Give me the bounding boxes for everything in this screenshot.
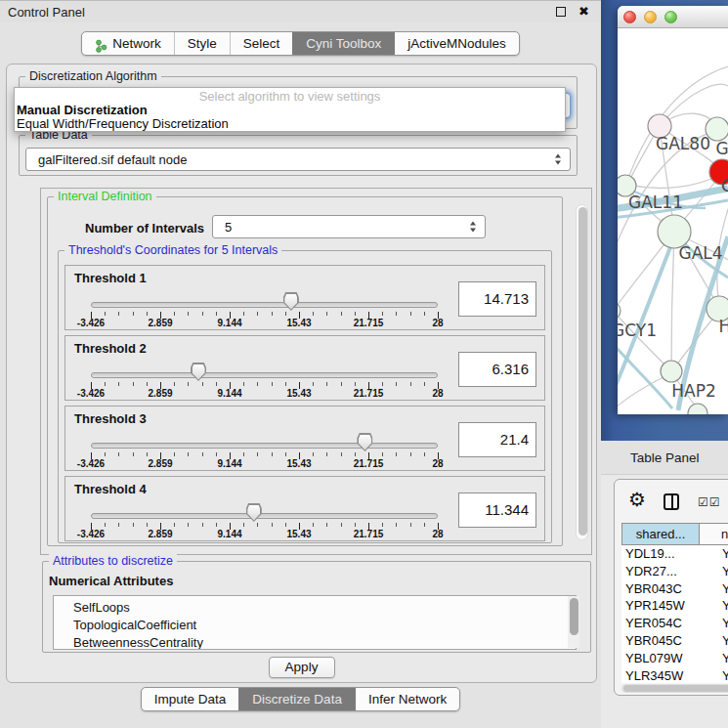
checkbox-icons[interactable]: ☑☑ bbox=[698, 495, 721, 509]
threshold-2-box: Threshold 2 -3.4262.8599.14415.4321.7152… bbox=[64, 335, 545, 401]
table-row[interactable]: YBL079WYBL0 bbox=[621, 650, 728, 667]
cell-shared-name[interactable]: YBL079W bbox=[621, 650, 700, 667]
tab-style[interactable]: Style bbox=[174, 32, 230, 55]
attribute-list-item[interactable]: BetweennessCentrality bbox=[54, 634, 576, 650]
scrollbar-thumb[interactable] bbox=[623, 685, 728, 692]
table-data-combobox[interactable]: galFiltered.sif default node bbox=[25, 148, 571, 171]
threshold-1-value-field[interactable]: 14.713 bbox=[458, 281, 536, 317]
tab-select[interactable]: Select bbox=[230, 32, 293, 55]
table-row[interactable]: YBR043CYBR0 bbox=[621, 580, 728, 598]
network-node-label: HAP2 bbox=[671, 381, 715, 401]
tab-cyni-toolbox[interactable]: Cyni Toolbox bbox=[292, 32, 394, 55]
cell-shared-name[interactable]: YPR145W bbox=[621, 597, 700, 615]
threshold-2-slider-track[interactable] bbox=[91, 372, 438, 378]
control-panel: Control Panel ✖ Network Style Select bbox=[0, 0, 601, 728]
algorithm-option-equal-width[interactable]: Equal Width/Frequency Discretization bbox=[17, 116, 229, 131]
table-panel-titlebar: Table Panel bbox=[601, 441, 728, 475]
cell-shared-name[interactable]: YDL19... bbox=[621, 545, 700, 563]
table-data-group: Table Data galFiltered.sif default node bbox=[19, 135, 578, 176]
cell-name[interactable]: YBR0 bbox=[700, 580, 728, 598]
attribute-list-item[interactable]: SelfLoops bbox=[54, 596, 576, 617]
numerical-attributes-list[interactable]: SelfLoopsTopologicalCoefficientBetweenne… bbox=[53, 595, 577, 650]
mac-minimize-button[interactable] bbox=[644, 11, 657, 23]
threshold-4-slider-thumb[interactable] bbox=[246, 503, 262, 522]
table-horizontal-scrollbar[interactable] bbox=[621, 684, 728, 693]
attributes-group-title: Attributes to discretize bbox=[49, 554, 177, 568]
network-view-window[interactable]: GAL80GACGAL11GAL4GCY1HHAP2 bbox=[618, 6, 728, 414]
threshold-3-label: Threshold 3 bbox=[74, 411, 147, 426]
cell-name[interactable]: YER0 bbox=[700, 615, 728, 632]
threshold-4-slider-track[interactable] bbox=[91, 513, 438, 519]
network-window-titlebar bbox=[618, 6, 728, 28]
column-header-name[interactable]: na bbox=[700, 523, 728, 545]
control-panel-titlebar: Control Panel ✖ bbox=[0, 1, 601, 22]
threshold-4-label: Threshold 4 bbox=[74, 482, 147, 496]
node-table: shared... na YDL19...YDL1YDR27...YDR2YBR… bbox=[621, 523, 728, 683]
algorithm-option-manual[interactable]: Manual Discretization bbox=[17, 103, 148, 117]
thresholds-group: Threshold's Coordinates for 5 Intervals … bbox=[58, 250, 552, 543]
table-row[interactable]: YLR345WYLR3 bbox=[621, 667, 728, 683]
threshold-1-slider-track[interactable] bbox=[91, 302, 438, 308]
tab-jactivemnodules[interactable]: jActiveMNodules bbox=[394, 32, 519, 55]
threshold-3-value-field[interactable]: 21.4 bbox=[458, 422, 536, 457]
network-node[interactable] bbox=[661, 361, 682, 382]
mac-close-button[interactable] bbox=[623, 11, 636, 23]
table-row[interactable]: YDR27...YDR2 bbox=[621, 563, 728, 580]
tab-impute-data[interactable]: Impute Data bbox=[142, 688, 239, 710]
scrollbar-thumb[interactable] bbox=[570, 598, 578, 635]
table-row[interactable]: YBR045CYBR0 bbox=[621, 632, 728, 650]
cell-name[interactable]: YPR1 bbox=[700, 597, 728, 615]
threshold-3-slider-track[interactable] bbox=[91, 443, 438, 449]
threshold-4-value-field[interactable]: 11.344 bbox=[458, 492, 536, 528]
attribute-list-item[interactable]: TopologicalCoefficient bbox=[54, 617, 576, 634]
tab-discretize-data[interactable]: Discretize Data bbox=[238, 688, 355, 710]
scrollbar-thumb[interactable] bbox=[578, 207, 587, 535]
cell-name[interactable]: YLR3 bbox=[700, 667, 728, 683]
node-table-panel: ⚙ ☑☑ shared... na YDL19...YDL1YDR27...YD… bbox=[614, 479, 728, 696]
threshold-1-box: Threshold 1 -3.4262.8599.14415.4321.7152… bbox=[64, 265, 545, 330]
cell-name[interactable]: YBL0 bbox=[700, 650, 728, 667]
network-edge[interactable] bbox=[628, 175, 719, 188]
table-row[interactable]: YPR145WYPR1 bbox=[621, 597, 728, 615]
network-edge[interactable] bbox=[671, 235, 674, 369]
mac-zoom-button[interactable] bbox=[664, 11, 677, 23]
tab-network[interactable]: Network bbox=[82, 32, 174, 55]
network-node-label: GAL11 bbox=[628, 193, 683, 212]
number-of-intervals-spinner[interactable]: 5 bbox=[212, 215, 486, 238]
close-icon[interactable]: ✖ bbox=[578, 4, 589, 19]
attributes-list-scrollbar[interactable] bbox=[568, 596, 579, 648]
threshold-2-slider-thumb[interactable] bbox=[191, 363, 206, 381]
threshold-1-label: Threshold 1 bbox=[74, 271, 147, 285]
network-canvas[interactable]: GAL80GACGAL11GAL4GCY1HHAP2 bbox=[618, 28, 728, 414]
column-header-shared-name[interactable]: shared... bbox=[621, 523, 700, 545]
column-layout-icon[interactable] bbox=[664, 493, 679, 510]
table-row[interactable]: YER054CYER0 bbox=[621, 615, 728, 632]
cell-shared-name[interactable]: YBR045C bbox=[621, 632, 700, 650]
network-icon bbox=[95, 37, 107, 51]
threshold-3-slider-thumb[interactable] bbox=[357, 433, 372, 451]
cell-shared-name[interactable]: YLR345W bbox=[621, 667, 700, 683]
float-window-icon[interactable] bbox=[556, 7, 566, 17]
spinner-arrows-icon bbox=[470, 222, 476, 233]
gear-icon[interactable]: ⚙ bbox=[628, 488, 646, 511]
table-row[interactable]: YDL19...YDL1 bbox=[621, 545, 728, 563]
slider-tick-labels: -3.4262.8599.14415.4321.71528 bbox=[65, 388, 544, 400]
tab-infer-network[interactable]: Infer Network bbox=[355, 688, 459, 710]
cell-shared-name[interactable]: YDR27... bbox=[621, 563, 700, 580]
cell-name[interactable]: YDL1 bbox=[700, 545, 728, 563]
network-node[interactable] bbox=[688, 404, 707, 414]
cell-shared-name[interactable]: YBR043C bbox=[621, 580, 700, 598]
table-panel-title: Table Panel bbox=[630, 450, 700, 465]
algorithm-placeholder-option[interactable]: Select algorithm to view settings bbox=[15, 89, 565, 104]
cell-name[interactable]: YBR0 bbox=[700, 632, 728, 650]
cyni-toolbox-panel: Discretization Algorithm Select algorith… bbox=[6, 64, 597, 683]
cell-name[interactable]: YDR2 bbox=[700, 563, 728, 580]
settings-vertical-scrollbar[interactable] bbox=[576, 204, 588, 540]
apply-button[interactable]: Apply bbox=[269, 657, 335, 678]
network-node-label: H bbox=[719, 317, 728, 336]
threshold-2-value-field[interactable]: 6.316 bbox=[458, 352, 536, 387]
threshold-1-slider-thumb[interactable] bbox=[283, 292, 299, 311]
slider-tick-labels: -3.4262.8599.14415.4321.71528 bbox=[65, 458, 544, 470]
threshold-3-box: Threshold 3 -3.4262.8599.14415.4321.7152… bbox=[64, 406, 545, 471]
cell-shared-name[interactable]: YER054C bbox=[621, 615, 700, 632]
